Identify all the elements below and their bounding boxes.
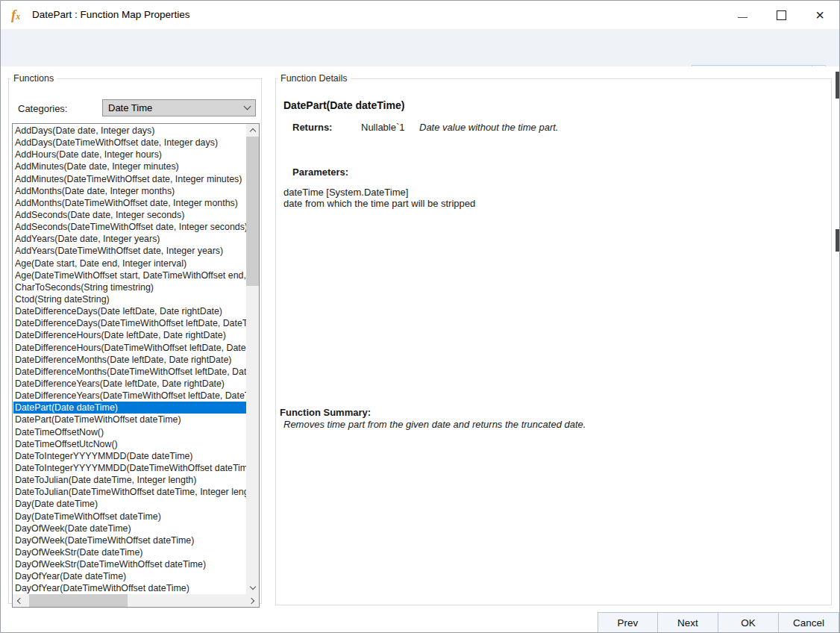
list-item[interactable]: DayOfYear(DateTimeWithOffset dateTime) (13, 582, 247, 594)
list-item[interactable]: DatePart(DateTimeWithOffset dateTime) (13, 414, 247, 425)
list-item[interactable]: DayOfWeek(Date dateTime) (13, 523, 247, 534)
list-item[interactable]: DateTimeOffsetNow() (13, 426, 247, 438)
function-summary-text: Removes time part from the given date an… (283, 419, 586, 430)
scroll-right-button[interactable] (246, 594, 259, 607)
horizontal-scroll-thumb[interactable] (29, 594, 128, 607)
background-window-sliver (836, 72, 839, 99)
list-item[interactable]: AddSeconds(DateTimeWithOffset date, Inte… (13, 221, 247, 233)
scroll-left-button[interactable] (13, 594, 25, 607)
list-item[interactable]: AddHours(Date date, Integer hours) (13, 149, 247, 160)
function-summary-label: Function Summary: (280, 407, 371, 418)
vertical-scroll-thumb[interactable] (246, 137, 259, 286)
next-button[interactable]: Next (658, 612, 718, 633)
footer-buttons: Prev Next OK Cancel (598, 612, 839, 633)
function-map-properties-dialog: fx DatePart : Function Map Properties × … (0, 0, 840, 633)
horizontal-scrollbar[interactable] (13, 594, 259, 607)
list-item[interactable]: DatePart(Date dateTime) (13, 402, 247, 414)
list-item[interactable]: AddMinutes(Date date, Integer minutes) (13, 160, 247, 172)
categories-label: Categories: (18, 103, 67, 114)
list-item[interactable]: CharToSeconds(String timestring) (13, 281, 247, 293)
arrow-left-icon (17, 597, 23, 603)
list-item[interactable]: DateDifferenceMonths(Date leftDate, Date… (13, 354, 247, 366)
vertical-scrollbar[interactable] (246, 124, 259, 594)
list-item[interactable]: Age(Date start, Date end, Integer interv… (13, 258, 247, 269)
returns-label: Returns: (292, 122, 332, 133)
window-title: DatePart : Function Map Properties (32, 9, 190, 20)
list-item[interactable]: DayOfWeekStr(Date dateTime) (13, 546, 247, 558)
dialog-content: Functions Categories: Date Time AddDays(… (1, 66, 839, 633)
toolbar: ← → Editing: DatePart (1, 29, 839, 66)
list-item[interactable]: AddYears(DateTimeWithOffset date, Intege… (13, 245, 247, 257)
ok-button[interactable]: OK (718, 612, 779, 633)
functions-group: Functions Categories: Date Time AddDays(… (8, 73, 262, 604)
returns-description: Date value without the time part. (419, 122, 558, 133)
list-item[interactable]: DateDifferenceYears(DateTimeWithOffset l… (13, 390, 247, 402)
list-item[interactable]: DateDifferenceYears(Date leftDate, Date … (13, 378, 247, 390)
scroll-up-button[interactable] (246, 124, 259, 137)
list-item[interactable]: DateDifferenceHours(Date leftDate, Date … (13, 329, 247, 341)
minimize-icon (738, 17, 747, 18)
close-button[interactable]: × (800, 1, 839, 29)
arrow-right-icon (248, 597, 254, 603)
list-item[interactable]: DateToIntegerYYYYMMDD(Date dateTime) (13, 450, 247, 462)
window-controls: × (723, 1, 839, 29)
list-item[interactable]: Ctod(String dateString) (13, 293, 247, 305)
function-listbox: AddDays(Date date, Integer days)AddDays(… (12, 123, 260, 608)
maximize-button[interactable] (762, 1, 800, 29)
scroll-down-button[interactable] (246, 581, 259, 594)
maximize-icon (777, 10, 786, 20)
list-item[interactable]: DateDifferenceHours(DateTimeWithOffset l… (13, 342, 247, 354)
title-bar[interactable]: fx DatePart : Function Map Properties × (1, 1, 839, 29)
list-item[interactable]: AddMinutes(DateTimeWithOffset date, Inte… (13, 173, 247, 185)
cancel-button[interactable]: Cancel (779, 612, 839, 633)
categories-value: Date Time (103, 102, 239, 113)
background-window-sliver (836, 229, 839, 252)
fx-app-icon: fx (11, 6, 28, 24)
list-item[interactable]: DateToIntegerYYYYMMDD(DateTimeWithOffset… (13, 462, 247, 474)
list-item[interactable]: DateDifferenceDays(DateTimeWithOffset le… (13, 317, 247, 329)
list-item[interactable]: AddMonths(DateTimeWithOffset date, Integ… (13, 197, 247, 209)
parameter-description: date from which the time part will be st… (283, 198, 475, 209)
list-item[interactable]: DayOfYear(Date dateTime) (13, 570, 247, 582)
parameters-label: Parameters: (292, 166, 348, 178)
minimize-button[interactable] (723, 1, 762, 29)
parameter-declaration: dateTime [System.DateTime] (283, 187, 408, 198)
list-item[interactable]: AddDays(Date date, Integer days) (13, 125, 247, 137)
list-item[interactable]: DateTimeOffsetUtcNow() (13, 438, 247, 450)
arrow-up-icon (249, 128, 255, 134)
list-item[interactable]: Day(Date dateTime) (13, 498, 247, 510)
returns-type: Nullable`1 (361, 122, 405, 133)
list-item[interactable]: AddMonths(Date date, Integer months) (13, 185, 247, 197)
list-item[interactable]: DateDifferenceDays(Date leftDate, Date r… (13, 305, 247, 317)
list-item[interactable]: DayOfWeekStr(DateTimeWithOffset dateTime… (13, 558, 247, 570)
list-item[interactable]: Age(DateTimeWithOffset start, DateTimeWi… (13, 269, 247, 281)
list-item[interactable]: AddSeconds(Date date, Integer seconds) (13, 209, 247, 221)
list-item[interactable]: DayOfWeek(DateTimeWithOffset dateTime) (13, 534, 247, 546)
categories-combobox[interactable]: Date Time (102, 99, 256, 116)
list-item[interactable]: DateToJulian(Date dateTime, Integer leng… (13, 474, 247, 486)
functions-group-label: Functions (10, 73, 57, 84)
list-item[interactable]: DateToJulian(DateTimeWithOffset dateTime… (13, 486, 247, 498)
list-item[interactable]: DateDifferenceMonths(DateTimeWithOffset … (13, 366, 247, 378)
list-item[interactable]: AddYears(Date date, Integer years) (13, 233, 247, 245)
function-signature: DatePart(Date dateTime) (283, 99, 404, 111)
close-icon: × (815, 7, 824, 22)
prev-button[interactable]: Prev (598, 612, 658, 633)
function-details-group: Function Details DatePart(Date dateTime)… (275, 73, 832, 605)
function-details-group-label: Function Details (278, 73, 351, 84)
list-item[interactable]: AddDays(DateTimeWithOffset date, Integer… (13, 137, 247, 149)
arrow-down-icon (249, 584, 255, 590)
list-item[interactable]: Day(DateTimeWithOffset dateTime) (13, 511, 247, 523)
function-list: AddDays(Date date, Integer days)AddDays(… (13, 125, 247, 594)
chevron-down-icon (239, 107, 255, 109)
